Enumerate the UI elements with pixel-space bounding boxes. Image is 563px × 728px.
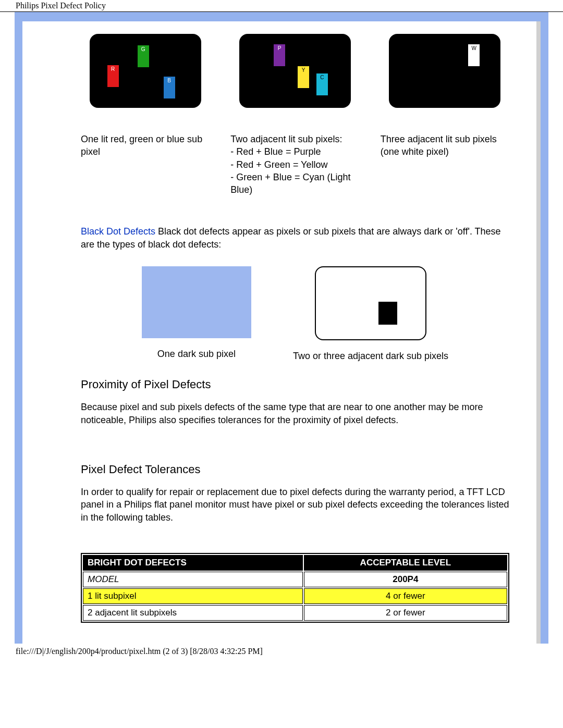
caption-three-adjacent: Three adjacent lit sub pixels (one white… (381, 133, 509, 196)
subpixel-b-label: B (164, 78, 175, 83)
doc-title: Philips Pixel Defect Policy (16, 1, 106, 10)
model-label: MODEL (83, 572, 303, 587)
tolerances-heading: Pixel Defect Tolerances (81, 463, 509, 476)
page-frame: R G B P Y C W One lit red, green or blue… (15, 12, 548, 644)
black-dot-title: Black Dot Defects (81, 226, 155, 237)
page-footer: file:///D|/J/english/200p4/product/pixel… (0, 644, 563, 661)
row-name: 2 adjacent lit subpixels (83, 605, 303, 621)
table-model-row: MODEL 200P4 (83, 572, 507, 587)
subpixel-p-label: P (274, 45, 285, 51)
bright-dot-captions: One lit red, green or blue sub pixel Two… (81, 112, 509, 196)
model-value: 200P4 (304, 572, 507, 587)
subpixel-w-label: W (468, 45, 480, 51)
subpixel-g-label: G (138, 46, 149, 52)
illus-one-dark (142, 266, 251, 338)
row-value: 4 or fewer (304, 588, 507, 604)
caption-multi-dark: Two or three adjacent dark sub pixels (293, 350, 448, 362)
scrollbar[interactable] (536, 21, 541, 644)
caption-one-dark: One dark sub pixel (142, 348, 251, 360)
illus-multi-dark (315, 266, 426, 340)
table-row: 2 adjacent lit subpixels 2 or fewer (83, 605, 507, 621)
illus-pyc: P Y C (239, 34, 351, 108)
caption-one-lit: One lit red, green or blue sub pixel (81, 133, 210, 196)
page-header: Philips Pixel Defect Policy (0, 0, 563, 12)
black-dot-illustrations: One dark sub pixel Two or three adjacent… (81, 266, 509, 362)
black-dot-intro: Black Dot Defects Black dot defects appe… (81, 225, 509, 251)
illus-rgb: R G B (90, 34, 201, 108)
proximity-heading: Proximity of Pixel Defects (81, 378, 509, 391)
th-acceptable: ACCEPTABLE LEVEL (304, 555, 507, 571)
subpixel-r-label: R (107, 66, 119, 72)
illus-white: W (389, 34, 500, 108)
tolerances-table: BRIGHT DOT DEFECTS ACCEPTABLE LEVEL MODE… (81, 553, 509, 623)
subpixel-c-label: C (316, 75, 328, 80)
row-name: 1 lit subpixel (83, 588, 303, 604)
caption-two-adjacent: Two adjacent lit sub pixels: - Red + Blu… (230, 133, 359, 196)
subpixel-y-label: Y (298, 67, 309, 73)
bright-dot-illustrations: R G B P Y C W (81, 34, 509, 112)
tolerances-text: In order to qualify for repair or replac… (81, 486, 509, 524)
proximity-text: Because pixel and sub pixels defects of … (81, 401, 509, 426)
dark-pixel-icon (378, 302, 397, 325)
th-bright-dot: BRIGHT DOT DEFECTS (83, 555, 303, 571)
row-value: 2 or fewer (304, 605, 507, 621)
content-area: R G B P Y C W One lit red, green or blue… (22, 21, 541, 644)
table-row: 1 lit subpixel 4 or fewer (83, 588, 507, 604)
table-header-row: BRIGHT DOT DEFECTS ACCEPTABLE LEVEL (83, 555, 507, 571)
footer-text: file:///D|/J/english/200p4/product/pixel… (16, 647, 263, 656)
